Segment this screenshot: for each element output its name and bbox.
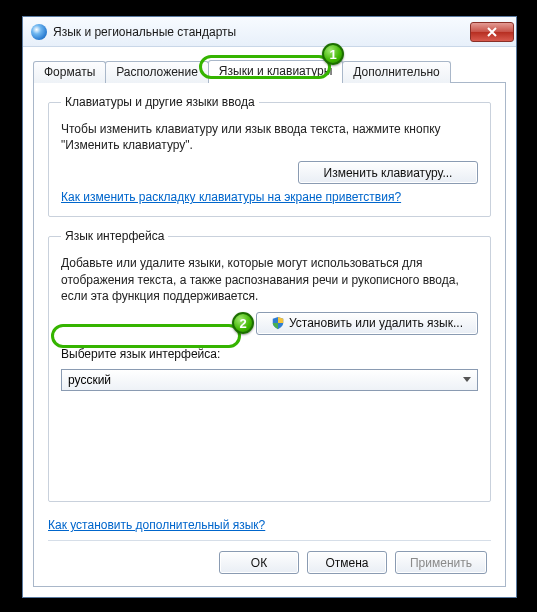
group-keyboards-desc: Чтобы изменить клавиатуру или язык ввода… [61,121,478,153]
install-uninstall-lang-button[interactable]: Установить или удалить язык... [256,312,478,335]
change-keyboard-button[interactable]: Изменить клавиатуру... [298,161,478,184]
install-more-lang-link[interactable]: Как установить дополнительный язык? [48,518,491,532]
group-keyboards-legend: Клавиатуры и другие языки ввода [61,95,259,109]
client-area: Форматы Расположение Языки и клавиатуры … [23,47,516,597]
welcome-layout-link[interactable]: Как изменить раскладку клавиатуры на экр… [61,190,401,204]
tab-panel: Клавиатуры и другие языки ввода Чтобы из… [33,82,506,587]
tab-advanced[interactable]: Дополнительно [342,61,450,83]
window-title: Язык и региональные стандарты [53,25,470,39]
dialog-window: Язык и региональные стандарты Форматы Ра… [22,16,517,598]
display-language-value: русский [68,373,111,387]
tab-strip: Форматы Расположение Языки и клавиатуры … [33,59,506,83]
close-button[interactable] [470,22,514,42]
globe-icon [31,24,47,40]
group-display-desc: Добавьте или удалите языки, которые могу… [61,255,478,304]
chevron-down-icon [463,377,471,382]
apply-button[interactable]: Применить [395,551,487,574]
group-display-legend: Язык интерфейса [61,229,168,243]
display-language-select[interactable]: русский [61,369,478,391]
cancel-button[interactable]: Отмена [307,551,387,574]
group-display-language: Язык интерфейса Добавьте или удалите язы… [48,229,491,502]
ok-button[interactable]: ОК [219,551,299,574]
install-uninstall-lang-label: Установить или удалить язык... [289,316,463,330]
tab-formats[interactable]: Форматы [33,61,106,83]
choose-display-lang-label: Выберите язык интерфейса: [61,347,478,361]
shield-icon [271,316,285,330]
tab-location[interactable]: Расположение [105,61,209,83]
titlebar: Язык и региональные стандарты [23,17,516,47]
dialog-footer: ОК Отмена Применить [48,540,491,576]
tab-keyboards[interactable]: Языки и клавиатуры [208,60,343,83]
close-icon [487,27,497,37]
group-keyboards: Клавиатуры и другие языки ввода Чтобы из… [48,95,491,217]
